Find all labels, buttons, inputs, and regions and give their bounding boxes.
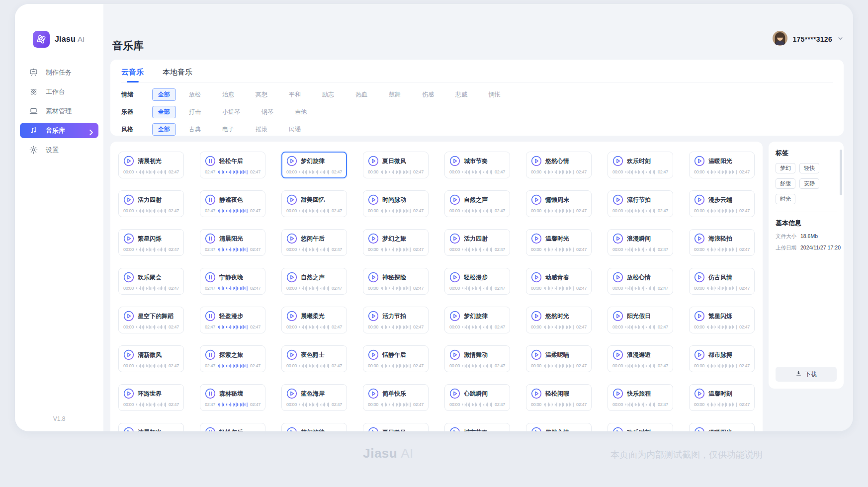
music-card[interactable]: 轻松漫步00:0002:47 [444,268,510,295]
waveform[interactable] [135,169,167,175]
music-card[interactable]: 清晨初光00:0002:47 [118,423,184,431]
waveform[interactable] [135,246,167,252]
music-card[interactable]: 城市节奏00:0002:47 [444,423,510,431]
waveform[interactable] [217,324,249,330]
music-card[interactable]: 自然之声00:0002:47 [444,190,510,217]
music-card[interactable]: 梦幻旋律00:0002:47 [444,307,510,333]
play-icon[interactable] [123,233,134,244]
music-card[interactable]: 简单快乐00:0002:47 [363,384,429,411]
play-icon[interactable] [368,427,379,431]
music-card[interactable]: 欢乐聚会00:0002:47 [118,268,184,295]
waveform[interactable] [298,363,330,369]
play-icon[interactable] [531,156,542,166]
music-card[interactable]: 悠然时光00:0002:47 [526,307,592,333]
music-card[interactable]: 夜色爵士00:0002:47 [281,345,347,372]
play-icon[interactable] [286,349,297,360]
play-icon[interactable] [612,388,623,399]
waveform[interactable] [461,363,493,369]
music-card[interactable]: 恬静午后00:0002:47 [363,345,429,372]
music-card[interactable]: 星空下的舞蹈00:0002:47 [118,307,184,333]
waveform[interactable] [135,402,167,407]
music-card[interactable]: 清晨阳光02:4702:47 [200,229,265,256]
waveform[interactable] [217,285,249,291]
waveform[interactable] [380,208,412,214]
music-card[interactable]: 自然之声00:0002:47 [281,268,347,295]
music-card[interactable]: 甜美回忆00:0002:47 [281,190,347,217]
play-icon[interactable] [368,311,379,322]
music-card[interactable]: 心跳瞬间00:0002:47 [444,384,510,411]
music-card[interactable]: 悠闲午后00:0002:47 [281,229,347,256]
waveform[interactable] [217,246,249,252]
play-icon[interactable] [612,233,623,244]
waveform[interactable] [706,246,738,252]
sidebar-item-tasks[interactable]: 制作任务 [20,65,98,80]
play-icon[interactable] [694,194,705,205]
music-card[interactable]: 梦幻旋律00:0002:47 [281,152,347,178]
play-icon[interactable] [368,194,379,205]
play-icon[interactable] [368,156,379,166]
filter-option[interactable]: 治愈 [216,88,240,101]
music-card[interactable]: 浪漫邂逅00:0002:47 [608,345,673,372]
waveform[interactable] [461,208,493,214]
waveform[interactable] [624,324,656,330]
music-card[interactable]: 快乐旅程00:0002:47 [608,384,673,411]
music-card[interactable]: 慵懒周末00:0002:47 [526,190,592,217]
filter-option[interactable]: 冥想 [250,88,273,101]
play-icon[interactable] [123,388,134,399]
play-icon[interactable] [368,388,379,399]
filter-option[interactable]: 吉他 [289,106,313,118]
filter-option[interactable]: 全部 [152,123,176,136]
music-card[interactable]: 夏日微风00:0002:47 [363,423,429,431]
filter-option[interactable]: 惆怅 [483,88,507,101]
pause-icon[interactable] [205,427,216,431]
waveform[interactable] [543,324,575,330]
music-card[interactable]: 梦幻旋律00:0002:47 [281,423,347,431]
play-icon[interactable] [694,388,705,399]
music-card[interactable]: 蓝色海岸00:0002:47 [281,384,347,411]
play-icon[interactable] [531,194,542,205]
filter-option[interactable]: 民谣 [283,123,307,136]
waveform[interactable] [298,285,330,291]
play-icon[interactable] [449,427,460,431]
play-icon[interactable] [449,156,460,166]
waveform[interactable] [380,246,412,252]
music-card[interactable]: 晨曦柔光00:0002:47 [281,307,347,333]
play-icon[interactable] [694,272,705,283]
waveform[interactable] [624,169,656,175]
play-icon[interactable] [449,349,460,360]
music-card[interactable]: 时尚脉动00:0002:47 [363,190,429,217]
music-card[interactable]: 活力四射00:0002:47 [444,229,510,256]
music-card[interactable]: 清新微风00:0002:47 [118,345,184,372]
waveform[interactable] [217,208,249,214]
waveform[interactable] [543,402,575,407]
play-icon[interactable] [449,194,460,205]
waveform[interactable] [461,246,493,252]
music-card[interactable]: 温馨时刻00:0002:47 [689,384,755,411]
waveform[interactable] [543,246,575,252]
music-card[interactable]: 温馨时光00:0002:47 [526,229,592,256]
waveform[interactable] [380,363,412,369]
waveform[interactable] [706,208,738,214]
play-icon[interactable] [531,349,542,360]
music-card[interactable]: 梦幻之旅00:0002:47 [363,229,429,256]
waveform[interactable] [298,402,330,407]
waveform[interactable] [298,246,330,252]
waveform[interactable] [135,208,167,214]
play-icon[interactable] [449,311,460,322]
waveform[interactable] [706,324,738,330]
play-icon[interactable] [531,388,542,399]
waveform[interactable] [543,208,575,214]
sidebar-item-music[interactable]: 音乐库 [20,123,98,138]
play-icon[interactable] [286,233,297,244]
play-icon[interactable] [694,349,705,360]
music-card[interactable]: 轻松闲暇00:0002:47 [526,384,592,411]
waveform[interactable] [624,285,656,291]
music-card[interactable]: 轻盈漫步02:4702:47 [200,307,265,333]
music-card[interactable]: 环游世界00:0002:47 [118,384,184,411]
music-card[interactable]: 动感青春00:0002:47 [526,268,592,295]
music-card[interactable]: 温柔呢喃00:0002:47 [526,345,592,372]
filter-option[interactable]: 热血 [349,88,373,101]
waveform[interactable] [706,285,738,291]
waveform[interactable] [624,208,656,214]
waveform[interactable] [543,285,575,291]
